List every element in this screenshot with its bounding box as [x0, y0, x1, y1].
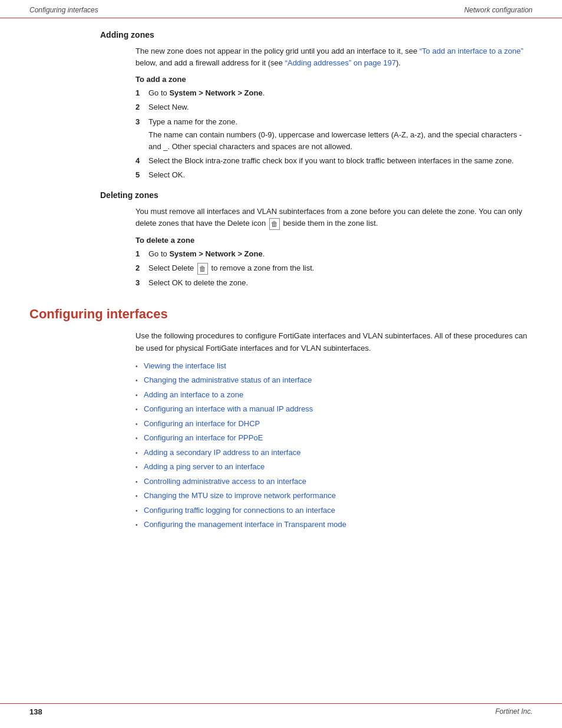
list-item: • Adding a secondary IP address to an in…	[135, 447, 533, 459]
bullet-dot: •	[135, 521, 144, 529]
link-dhcp[interactable]: Configuring an interface for DHCP	[144, 418, 260, 430]
link-changing-admin-status[interactable]: Changing the administrative status of an…	[144, 374, 312, 386]
configuring-interfaces-intro: Use the following procedures to configur…	[135, 330, 533, 354]
header-left: Configuring interfaces	[29, 6, 98, 14]
list-item: • Configuring an interface with a manual…	[135, 403, 533, 415]
step-item: 3 Type a name for the zone. The name can…	[135, 116, 533, 153]
step-text: Go to System > Network > Zone.	[148, 87, 533, 99]
add-zone-subheading: To add a zone	[135, 75, 533, 84]
link-ping-server[interactable]: Adding a ping server to an interface	[144, 461, 265, 473]
delete-icon-inline: 🗑	[197, 263, 208, 275]
link-management-interface[interactable]: Configuring the management interface in …	[144, 519, 346, 531]
step-item: 3 Select OK to delete the zone.	[135, 277, 533, 289]
header-right: Network configuration	[464, 6, 533, 14]
bullet-dot: •	[135, 376, 144, 385]
link-manual-ip[interactable]: Configuring an interface with a manual I…	[144, 403, 313, 415]
intro-text-1: The new zone does not appear in the poli…	[135, 47, 419, 55]
list-item: • Changing the administrative status of …	[135, 374, 533, 386]
configuring-links-list: • Viewing the interface list • Changing …	[135, 360, 533, 531]
link-admin-access[interactable]: Controlling administrative access to an …	[144, 476, 306, 487]
link-secondary-ip[interactable]: Adding a secondary IP address to an inte…	[144, 447, 300, 459]
step-number: 3	[135, 116, 148, 153]
list-item: • Configuring the management interface i…	[135, 519, 533, 531]
bullet-dot: •	[135, 362, 144, 371]
bullet-dot: •	[135, 492, 144, 500]
step-item: 5 Select OK.	[135, 169, 533, 181]
delete-intro-end: beside them in the zone list.	[281, 219, 378, 228]
step-item: 2 Select New.	[135, 101, 533, 113]
list-item: • Changing the MTU size to improve netwo…	[135, 490, 533, 502]
bullet-dot: •	[135, 391, 144, 400]
link-adding-interface-zone[interactable]: Adding an interface to a zone	[144, 389, 243, 401]
link-pppoe[interactable]: Configuring an interface for PPPoE	[144, 432, 263, 444]
step-number: 3	[135, 277, 148, 289]
list-item: • Configuring traffic logging for connec…	[135, 505, 533, 516]
intro-text-3: ).	[396, 58, 401, 67]
list-item: • Configuring an interface for PPPoE	[135, 432, 533, 444]
step-number: 2	[135, 101, 148, 113]
link-mtu-size[interactable]: Changing the MTU size to improve network…	[144, 490, 336, 502]
list-item: • Controlling administrative access to a…	[135, 476, 533, 487]
step-text: Select OK to delete the zone.	[148, 277, 533, 289]
bullet-dot: •	[135, 420, 144, 429]
list-item: • Adding a ping server to an interface	[135, 461, 533, 473]
delete-icon: 🗑	[269, 218, 280, 230]
step-text: Select the Block intra-zone traffic chec…	[148, 155, 533, 167]
step-item: 1 Go to System > Network > Zone.	[135, 87, 533, 99]
bullet-dot: •	[135, 463, 144, 472]
step-text: Select Delete 🗑 to remove a zone from th…	[148, 262, 533, 275]
list-item: • Adding an interface to a zone	[135, 389, 533, 401]
page-container: Configuring interfaces Network configura…	[0, 0, 562, 728]
bullet-dot: •	[135, 477, 144, 486]
list-item: • Viewing the interface list	[135, 360, 533, 372]
adding-zones-heading: Adding zones	[100, 30, 533, 39]
delete-zone-steps: 1 Go to System > Network > Zone. 2 Selec…	[135, 248, 533, 289]
deleting-zones-section: Deleting zones You must remove all inter…	[29, 190, 533, 289]
deleting-zones-intro: You must remove all interfaces and VLAN …	[135, 206, 533, 230]
footer-page-number: 138	[29, 707, 42, 716]
step-item: 4 Select the Block intra-zone traffic ch…	[135, 155, 533, 167]
header-bar: Configuring interfaces Network configura…	[0, 0, 562, 18]
step-text: Select New.	[148, 101, 533, 113]
step-block: Type a name for the zone. The name can c…	[148, 116, 533, 153]
link-viewing[interactable]: Viewing the interface list	[144, 360, 226, 372]
step-text: Select OK.	[148, 169, 533, 181]
link-traffic-logging[interactable]: Configuring traffic logging for connecti…	[144, 505, 335, 516]
step-number: 2	[135, 262, 148, 275]
step-number: 4	[135, 155, 148, 167]
intro-text-2: below, and add a firewall address for it…	[135, 58, 285, 67]
configuring-interfaces-section: Configuring interfaces Use the following…	[29, 307, 533, 530]
configuring-interfaces-title: Configuring interfaces	[29, 307, 533, 322]
footer-brand: Fortinet Inc.	[495, 707, 533, 716]
list-item: • Configuring an interface for DHCP	[135, 418, 533, 430]
step-item: 2 Select Delete 🗑 to remove a zone from …	[135, 262, 533, 275]
step-number: 1	[135, 87, 148, 99]
step-number: 1	[135, 248, 148, 260]
bullet-dot: •	[135, 405, 144, 414]
add-interface-link[interactable]: “To add an interface to a zone”	[419, 47, 523, 55]
step-text: Type a name for the zone.	[148, 116, 533, 128]
delete-zone-subheading: To delete a zone	[135, 236, 533, 245]
step-number: 5	[135, 169, 148, 181]
footer-bar: 138 Fortinet Inc.	[0, 703, 562, 716]
bullet-dot: •	[135, 449, 144, 457]
bullet-dot: •	[135, 506, 144, 515]
deleting-zones-heading: Deleting zones	[100, 190, 533, 200]
main-content: Adding zones The new zone does not appea…	[0, 18, 562, 551]
step-item: 1 Go to System > Network > Zone.	[135, 248, 533, 260]
add-zone-steps: 1 Go to System > Network > Zone. 2 Selec…	[135, 87, 533, 181]
adding-zones-intro: The new zone does not appear in the poli…	[135, 45, 533, 69]
adding-zones-section: Adding zones The new zone does not appea…	[29, 30, 533, 181]
bullet-dot: •	[135, 434, 144, 443]
adding-addresses-link[interactable]: “Adding addresses” on page 197	[285, 58, 396, 67]
step-text: Go to System > Network > Zone.	[148, 248, 533, 260]
step-sub-text: The name can contain numbers (0-9), uppe…	[148, 129, 533, 153]
